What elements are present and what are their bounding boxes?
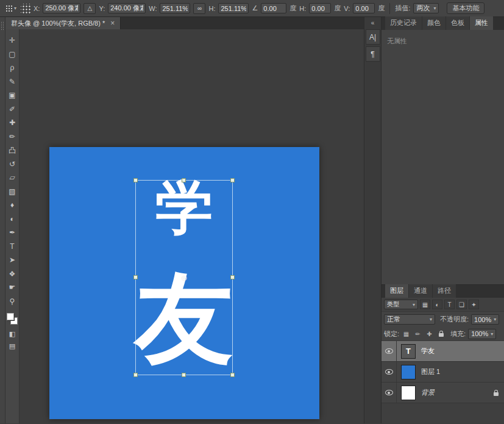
history-brush-tool[interactable]: ↺ bbox=[6, 157, 19, 171]
transform-handle-top-right[interactable] bbox=[230, 178, 235, 182]
layer-thumbnail[interactable] bbox=[401, 365, 416, 379]
lasso-tool[interactable]: ρ bbox=[6, 61, 19, 75]
interpolation-label: 插值: bbox=[395, 4, 410, 13]
dodge-tool[interactable]: ◐ bbox=[6, 212, 19, 226]
zoom-tool[interactable]: ⚲ bbox=[6, 295, 19, 309]
tab-properties[interactable]: 属性 bbox=[470, 16, 493, 30]
v-skew-input[interactable] bbox=[353, 3, 375, 13]
transform-bounding-box[interactable]: ⊕ bbox=[135, 180, 233, 375]
maintain-aspect-ratio-button[interactable]: ∞ bbox=[193, 3, 205, 14]
v-skew-unit-label: 度 bbox=[378, 4, 385, 13]
transform-handle-bottom-center[interactable] bbox=[182, 373, 186, 377]
chevron-down-icon: ▾ bbox=[494, 317, 496, 322]
layer-name: 学友 bbox=[421, 347, 504, 356]
blur-tool[interactable]: ♦ bbox=[6, 198, 19, 212]
interpolation-select[interactable]: 两次 ▾ bbox=[413, 3, 439, 13]
path-selection-tool[interactable]: ➤ bbox=[6, 253, 19, 267]
layer-row-background[interactable]: 背景 bbox=[382, 383, 504, 403]
expand-panels-icon[interactable]: « bbox=[371, 19, 375, 27]
height-input[interactable] bbox=[218, 3, 249, 13]
tab-channels[interactable]: 通道 bbox=[409, 284, 432, 298]
layer-filter-row: 类型 ▾ ▦ ◐ T ❏ ✦ bbox=[382, 298, 504, 312]
opacity-input[interactable]: 100% ▾ bbox=[471, 314, 499, 325]
lock-image-pixels-icon[interactable]: ✏ bbox=[413, 329, 422, 339]
tab-layers[interactable]: 图层 bbox=[385, 284, 408, 298]
transform-handle-bottom-left[interactable] bbox=[133, 373, 138, 377]
layer-row-text-layer[interactable]: T 学友 bbox=[382, 341, 504, 362]
gradient-tool[interactable]: ▧ bbox=[6, 185, 19, 199]
type-tool[interactable]: T bbox=[6, 240, 19, 254]
transform-handle-middle-left[interactable] bbox=[133, 275, 138, 279]
tab-history[interactable]: 历史记录 bbox=[385, 16, 422, 30]
transform-options-bar: ▾ X: △ Y: W: ∞ H: ∠ 度 H: 度 V: 度 插值: 两次 ▾… bbox=[0, 0, 504, 17]
lock-position-icon[interactable]: ✚ bbox=[425, 329, 434, 339]
chevron-down-icon: ▾ bbox=[433, 5, 436, 11]
fill-label: 填充: bbox=[450, 329, 466, 339]
filter-smart-objects-icon[interactable]: ✦ bbox=[469, 300, 479, 309]
filter-type-layers-icon[interactable]: T bbox=[444, 300, 455, 309]
x-input[interactable] bbox=[43, 3, 80, 13]
filter-pixel-layers-icon[interactable]: ▦ bbox=[420, 300, 430, 309]
layer-row-fill-layer[interactable]: 图层 1 bbox=[382, 362, 504, 383]
properties-panel-body: 无属性 bbox=[382, 30, 504, 284]
x-label: X: bbox=[34, 5, 40, 12]
collapsed-panel-dock: « A| ¶ bbox=[364, 17, 381, 423]
crop-tool[interactable]: ▣ bbox=[6, 88, 19, 102]
reference-point-locator-icon[interactable] bbox=[21, 4, 30, 13]
healing-brush-tool[interactable]: ✚ bbox=[6, 116, 19, 130]
rotation-input[interactable] bbox=[261, 3, 286, 13]
close-icon[interactable]: × bbox=[110, 20, 115, 27]
lock-transparent-pixels-icon[interactable]: ▦ bbox=[402, 329, 411, 339]
filter-adjustment-layers-icon[interactable]: ◐ bbox=[432, 300, 442, 309]
brush-tool[interactable]: ✏ bbox=[6, 130, 19, 144]
lock-all-icon[interactable] bbox=[436, 329, 445, 339]
blend-mode-select[interactable]: 正常 ▾ bbox=[384, 314, 435, 325]
layer-thumbnail[interactable] bbox=[401, 386, 416, 400]
filter-shape-layers-icon[interactable]: ❏ bbox=[456, 300, 467, 309]
y-input[interactable] bbox=[108, 3, 146, 13]
transform-handle-top-left[interactable] bbox=[133, 178, 138, 182]
color-swatches bbox=[7, 313, 18, 325]
lock-icon bbox=[494, 392, 499, 396]
clone-stamp-tool[interactable]: 凸 bbox=[6, 143, 19, 157]
layer-thumbnail[interactable]: T bbox=[401, 344, 416, 359]
tab-paths[interactable]: 路径 bbox=[433, 284, 456, 298]
workspace-switcher-button[interactable]: 基本功能 bbox=[447, 2, 484, 14]
screen-mode-button[interactable]: ▤ bbox=[6, 340, 19, 352]
visibility-toggle[interactable] bbox=[382, 362, 397, 382]
character-panel-button[interactable]: A| bbox=[366, 29, 380, 45]
transform-center-point-icon[interactable]: ⊕ bbox=[181, 274, 188, 282]
photoshop-window: ▾ X: △ Y: W: ∞ H: ∠ 度 H: 度 V: 度 插值: 两次 ▾… bbox=[0, 0, 504, 424]
fill-input[interactable]: 100% ▾ bbox=[468, 329, 496, 339]
chevron-down-icon: ▾ bbox=[430, 317, 432, 322]
layer-filter-type-select[interactable]: 类型 ▾ bbox=[384, 300, 418, 309]
transform-handle-top-center[interactable] bbox=[182, 178, 186, 182]
tab-swatches[interactable]: 色板 bbox=[446, 16, 469, 30]
document-tab[interactable]: 群头像 @ 100%(学友, RGB/8) * × bbox=[5, 17, 121, 29]
quick-mask-button[interactable]: ◧ bbox=[6, 328, 19, 340]
panel-tab-bar-top: 历史记录 颜色 色板 属性 bbox=[382, 17, 504, 30]
canvas-area[interactable]: 学 友 ⊕ bbox=[20, 29, 364, 423]
paragraph-panel-button[interactable]: ¶ bbox=[366, 46, 380, 62]
eyedropper-tool[interactable]: ✐ bbox=[6, 102, 19, 117]
height-label: H: bbox=[208, 5, 215, 12]
layer-name: 图层 1 bbox=[421, 367, 504, 376]
tools-dock-grip[interactable] bbox=[0, 17, 5, 423]
rectangular-marquee-tool[interactable]: ▢ bbox=[6, 48, 19, 62]
foreground-color-swatch[interactable] bbox=[7, 313, 14, 320]
eraser-tool[interactable]: ▱ bbox=[6, 171, 19, 185]
width-input[interactable] bbox=[160, 3, 190, 13]
move-tool[interactable]: ✛ bbox=[6, 34, 19, 48]
relative-positioning-toggle[interactable]: △ bbox=[83, 3, 96, 14]
visibility-toggle[interactable] bbox=[382, 341, 397, 361]
visibility-toggle[interactable] bbox=[382, 383, 397, 403]
pen-tool[interactable]: ✒ bbox=[6, 226, 19, 240]
tool-preset-picker[interactable]: ▾ bbox=[4, 3, 18, 13]
h-skew-input[interactable] bbox=[309, 3, 331, 13]
custom-shape-tool[interactable]: ❖ bbox=[6, 267, 19, 281]
tab-color[interactable]: 颜色 bbox=[422, 16, 445, 30]
transform-handle-middle-right[interactable] bbox=[230, 275, 235, 279]
transform-handle-bottom-right[interactable] bbox=[230, 373, 235, 377]
hand-tool[interactable]: ☛ bbox=[6, 281, 19, 295]
quick-selection-tool[interactable]: ✎ bbox=[6, 75, 19, 89]
